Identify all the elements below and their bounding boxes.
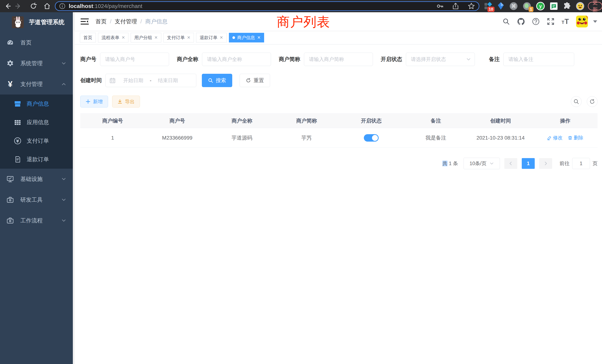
sidebar-item-merchant-info[interactable]: 商户信息 xyxy=(0,95,73,113)
cell-merchant-id: 1 xyxy=(80,128,145,148)
extension-command-icon[interactable]: ⌘ xyxy=(509,2,518,10)
page-size-select[interactable]: 10条/页 xyxy=(463,158,500,169)
extension-kite-icon[interactable] xyxy=(497,2,505,10)
help-icon[interactable] xyxy=(532,17,540,26)
remark-input[interactable] xyxy=(503,53,574,66)
sidebar-item-label: 系统管理 xyxy=(20,60,61,67)
breadcrumb-pay[interactable]: 支付管理 xyxy=(115,18,137,25)
create-time-range-picker[interactable]: - xyxy=(106,74,196,87)
browser-home-button[interactable] xyxy=(42,1,52,11)
reset-button[interactable]: 重置 xyxy=(240,74,270,87)
sidebar-item-infra[interactable]: 基础设施 xyxy=(0,169,73,189)
download-icon xyxy=(118,99,122,104)
sidebar-item-dev-tools[interactable]: 研发工具 xyxy=(0,189,73,210)
close-icon[interactable]: ✕ xyxy=(257,35,261,40)
chrome-update-button[interactable]: 更新 xyxy=(588,2,602,10)
add-button[interactable]: 新增 xyxy=(80,96,108,107)
status-label: 开启状态 xyxy=(381,56,406,63)
breadcrumb-current: 商户信息 xyxy=(145,18,168,25)
col-merchant-no: 商户号 xyxy=(145,114,210,128)
yen-icon: ¥ xyxy=(6,80,14,88)
sidebar-item-workflow[interactable]: 工作流程 xyxy=(0,210,73,231)
tab-home[interactable]: 首页 xyxy=(80,33,96,43)
bookmark-star-icon[interactable] xyxy=(468,2,475,10)
dashboard-icon xyxy=(6,39,14,46)
fullscreen-icon[interactable] xyxy=(546,17,555,26)
password-key-icon[interactable] xyxy=(436,2,443,10)
logo-rabbit-image xyxy=(12,16,24,28)
search-icon[interactable] xyxy=(502,17,510,26)
yen-circle-icon: ¥ xyxy=(14,137,22,145)
edit-link[interactable]: 修改 xyxy=(547,135,563,141)
full-name-input[interactable] xyxy=(202,53,271,66)
gear-icon xyxy=(6,60,14,67)
share-icon[interactable] xyxy=(452,3,459,10)
font-size-icon[interactable]: TT xyxy=(561,17,570,26)
sidebar-item-app-info[interactable]: 应用信息 xyxy=(0,113,73,132)
create-time-label: 创建时间 xyxy=(80,77,106,84)
extension-y-icon[interactable]: y xyxy=(536,2,545,11)
browser-reload-button[interactable] xyxy=(28,1,39,11)
tab-merchant-info[interactable]: 商户信息✕ xyxy=(229,33,264,43)
close-icon[interactable]: ✕ xyxy=(220,35,223,40)
sidebar-item-label: 商户信息 xyxy=(27,100,49,108)
col-status: 开启状态 xyxy=(339,114,404,128)
close-icon[interactable]: ✕ xyxy=(154,35,158,40)
col-remark: 备注 xyxy=(404,114,468,128)
svg-text:⌘: ⌘ xyxy=(511,3,516,9)
monitor-icon xyxy=(6,175,14,183)
collapse-sidebar-icon[interactable] xyxy=(80,17,89,26)
sidebar-logo[interactable]: 芋道管理系统 xyxy=(0,12,73,32)
col-full-name: 商户全称 xyxy=(210,114,274,128)
short-name-input[interactable] xyxy=(304,53,373,66)
goto-suffix: 页 xyxy=(592,160,598,167)
delete-link[interactable]: 删除 xyxy=(568,135,583,141)
extension-tiles-icon[interactable]: 10 xyxy=(484,2,492,10)
pay-submenu: 商户信息 应用信息 ¥ 支付订单 退款订单 xyxy=(0,95,73,169)
goto-page-input[interactable] xyxy=(572,158,590,169)
extension-profile-icon[interactable]: 1 xyxy=(523,2,531,10)
address-bar[interactable]: localhost:1024/pay/merchant xyxy=(55,1,479,11)
tab-process-form[interactable]: 流程表单✕ xyxy=(98,33,129,43)
avatar-caret-icon[interactable] xyxy=(593,20,597,23)
end-date-input[interactable] xyxy=(152,78,184,83)
extension-chat-icon[interactable] xyxy=(550,2,558,10)
document-icon xyxy=(14,156,22,163)
sidebar-item-pay-order[interactable]: ¥ 支付订单 xyxy=(0,132,73,150)
merchant-no-input[interactable] xyxy=(100,53,169,66)
github-icon[interactable] xyxy=(517,17,525,26)
show-search-button[interactable] xyxy=(571,96,582,107)
svg-text:T: T xyxy=(565,18,569,25)
user-avatar[interactable] xyxy=(576,16,588,27)
merchant-no-label: 商户号 xyxy=(80,56,100,63)
chevron-down-icon xyxy=(466,57,471,62)
tab-user-group[interactable]: 用户分组✕ xyxy=(131,33,161,43)
site-info-icon[interactable] xyxy=(59,3,65,9)
breadcrumb-home[interactable]: 首页 xyxy=(96,18,107,25)
refresh-table-button[interactable] xyxy=(587,96,598,107)
export-button[interactable]: 导出 xyxy=(112,96,140,107)
tab-refund-order[interactable]: 退款订单✕ xyxy=(196,33,226,43)
prev-page-button[interactable] xyxy=(504,158,517,169)
browser-avatar-emoji-icon[interactable] xyxy=(576,2,585,11)
cell-merchant-no: M233666999 xyxy=(145,128,210,148)
cell-full-name: 芋道源码 xyxy=(210,128,274,148)
extensions-puzzle-icon[interactable] xyxy=(563,2,571,10)
sidebar-item-system[interactable]: 系统管理 xyxy=(0,53,73,74)
sidebar-item-refund-order[interactable]: 退款订单 xyxy=(0,150,73,169)
page-number-1[interactable]: 1 xyxy=(522,158,535,169)
close-icon[interactable]: ✕ xyxy=(187,35,190,40)
sidebar-item-home[interactable]: 首页 xyxy=(0,32,73,53)
start-date-input[interactable] xyxy=(118,78,149,83)
browser-forward-button[interactable] xyxy=(13,1,23,11)
sidebar-scrollbar[interactable] xyxy=(73,12,75,364)
search-button[interactable]: 搜索 xyxy=(202,74,232,87)
next-page-button[interactable] xyxy=(539,158,552,169)
sidebar-item-pay[interactable]: ¥ 支付管理 xyxy=(0,74,73,95)
tab-pay-order[interactable]: 支付订单✕ xyxy=(163,33,194,43)
chevron-down-icon xyxy=(61,177,66,182)
status-toggle[interactable] xyxy=(364,134,379,142)
status-select[interactable]: 请选择开启状态 xyxy=(406,53,475,66)
close-icon[interactable]: ✕ xyxy=(122,35,125,40)
browser-back-button[interactable] xyxy=(3,1,13,11)
